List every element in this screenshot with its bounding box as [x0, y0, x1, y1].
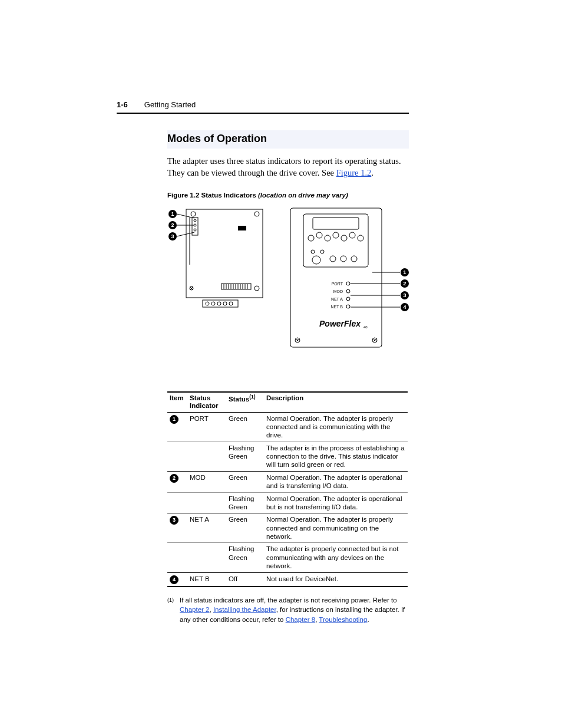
led-label-mod: MOD [333, 289, 343, 294]
brand-text: PowerFlex [319, 319, 361, 328]
running-header: 1-6 Getting Started [117, 100, 409, 109]
item-1-icon: 1 [170, 415, 178, 424]
intro-text-end: . [371, 168, 373, 177]
footnote-text: If all status indicators are off, the ad… [180, 595, 409, 625]
chapter-8-link[interactable]: Chapter 8 [286, 616, 316, 623]
svg-point-46 [358, 235, 363, 241]
figure-1-2-link[interactable]: Figure 1.2 [336, 168, 372, 177]
troubleshooting-link[interactable]: Troubleshooting [319, 616, 367, 623]
desc-cell: Normal Operation. The adapter is operati… [264, 471, 408, 492]
desc-cell: Normal Operation. The adapter is operati… [264, 492, 408, 513]
th-item: Item [167, 392, 187, 412]
table-row: Flashing Green Normal Operation. The ada… [167, 492, 408, 513]
chapter-title: Getting Started [144, 100, 196, 109]
svg-point-54 [346, 282, 350, 285]
led-label-neta: NET A [331, 297, 343, 301]
page-container: 1-6 Getting Started Modes of Operation T… [0, 0, 562, 660]
svg-point-32 [206, 302, 209, 305]
footnote-1: (1) If all status indicators are off, th… [167, 595, 409, 625]
svg-point-34 [217, 302, 221, 305]
section-heading: Modes of Operation [167, 133, 267, 144]
svg-point-42 [325, 235, 330, 241]
svg-point-35 [223, 302, 227, 305]
drive-diagram-right: PORT MOD NET A NET B 1 2 3 4 [287, 206, 409, 350]
status-cell: Flashing Green [226, 492, 264, 513]
section-heading-bg: Modes of Operation [167, 130, 409, 149]
status-cell: Green [226, 412, 264, 442]
svg-point-51 [340, 256, 346, 262]
svg-point-52 [351, 256, 357, 262]
callout-2-icon: 2 [171, 222, 174, 228]
svg-point-47 [311, 250, 315, 253]
callout-r3-icon: 3 [404, 292, 406, 298]
svg-point-33 [211, 302, 215, 305]
desc-cell: The adapter is in the process of establi… [264, 442, 408, 471]
desc-cell: Not used for DeviceNet. [264, 572, 408, 587]
status-indicator-table: Item Status Indicator Status(1) Descript… [167, 391, 409, 587]
svg-rect-39 [313, 218, 359, 229]
item-4-icon: 4 [170, 575, 178, 584]
indicator-cell: PORT [187, 412, 226, 442]
svg-point-49 [312, 256, 320, 264]
callout-r2-icon: 2 [404, 281, 406, 286]
table-row: Flashing Green The adapter is properly c… [167, 543, 408, 572]
status-cell: Green [226, 471, 264, 492]
svg-point-43 [333, 232, 339, 238]
brand-sub: 40 [363, 325, 368, 329]
status-cell: Green [226, 513, 264, 543]
desc-cell: Normal Operation. The adapter is properl… [264, 412, 408, 442]
table-row: 1 PORT Green Normal Operation. The adapt… [167, 412, 408, 442]
figure-caption-prefix: Figure 1.2 Status Indicators [167, 192, 258, 199]
indicator-cell: NET B [187, 572, 226, 587]
svg-point-50 [330, 256, 336, 262]
svg-point-27 [254, 286, 259, 291]
status-cell: Flashing Green [226, 543, 264, 572]
th-indicator: Status Indicator [187, 392, 226, 412]
indicator-cell: NET A [187, 513, 226, 543]
status-cell: Off [226, 572, 264, 587]
figure-caption-italic: (location on drive may vary) [258, 192, 348, 199]
svg-rect-14 [238, 226, 246, 230]
indicator-cell: MOD [187, 471, 226, 492]
callout-r1-icon: 1 [404, 269, 406, 275]
status-cell: Flashing Green [226, 442, 264, 471]
svg-point-7 [191, 212, 196, 216]
svg-point-8 [254, 212, 259, 216]
desc-cell: The adapter is properly connected but is… [264, 543, 408, 572]
table-row: 3 NET A Green Normal Operation. The adap… [167, 513, 408, 543]
svg-point-10 [194, 219, 196, 222]
table-row: Flashing Green The adapter is in the pro… [167, 442, 408, 471]
page-number: 1-6 [117, 100, 128, 109]
header-rule [117, 113, 409, 114]
svg-point-36 [229, 302, 233, 305]
callout-r4-icon: 4 [404, 304, 406, 310]
chapter-2-link[interactable]: Chapter 2 [180, 606, 210, 613]
callout-1-icon: 1 [171, 211, 174, 217]
th-description: Description [264, 392, 408, 412]
drive-diagram-left: 1 2 3 [167, 206, 263, 315]
item-2-icon: 2 [170, 474, 178, 483]
svg-point-55 [346, 289, 350, 293]
figure-1-2: 1 2 3 [167, 206, 409, 350]
svg-point-56 [346, 297, 350, 301]
svg-point-57 [346, 305, 350, 308]
table-row: 4 NET B Off Not used for DeviceNet. [167, 572, 408, 587]
figure-caption: Figure 1.2 Status Indicators (location o… [167, 192, 409, 199]
item-3-icon: 3 [170, 516, 178, 525]
table-row: 2 MOD Green Normal Operation. The adapte… [167, 471, 408, 492]
callout-3-icon: 3 [171, 233, 174, 239]
intro-paragraph: The adapter uses three status indicators… [167, 156, 409, 179]
footnote-marker: (1) [167, 597, 174, 625]
desc-cell: Normal Operation. The adapter is properl… [264, 513, 408, 543]
led-label-netb: NET B [331, 305, 343, 309]
svg-point-12 [194, 229, 196, 231]
th-status: Status(1) [226, 392, 264, 412]
svg-point-41 [316, 232, 322, 238]
led-label-port: PORT [332, 282, 343, 286]
svg-point-45 [349, 232, 355, 238]
svg-point-44 [341, 235, 347, 241]
installing-adapter-link[interactable]: Installing the Adapter [213, 606, 276, 613]
svg-point-48 [320, 250, 324, 253]
svg-point-40 [308, 235, 314, 241]
